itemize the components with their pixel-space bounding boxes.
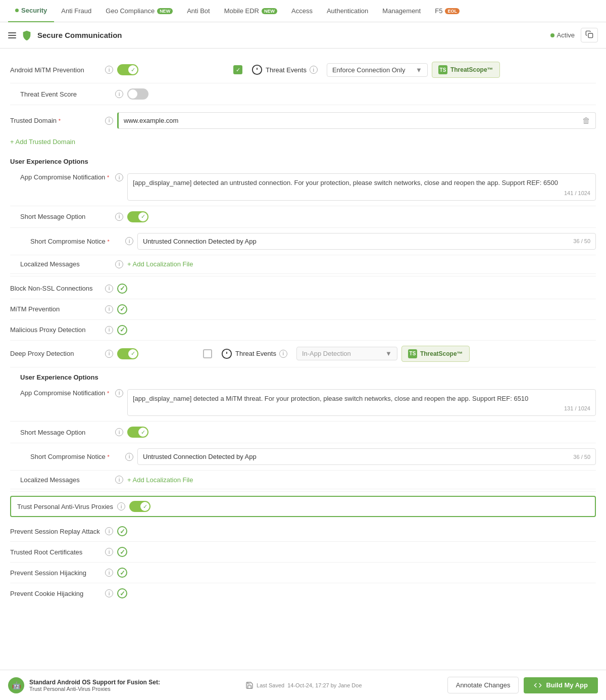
prevent-cookie-hijacking-info[interactable]: i [105,589,113,597]
threat-events-info[interactable]: i [310,66,318,74]
footer-right: Annotate Changes Build My App [447,677,598,693]
malicious-proxy-info[interactable]: i [105,326,113,334]
prevent-cookie-hijacking-label: Prevent Cookie Hijacking [10,590,101,597]
short-message-row-1: Short Message Option i ✓ [10,206,596,228]
nav-auth-label: Authentication [327,7,368,15]
threat-events-group: Threat Events [251,64,307,75]
short-compromise-value-2[interactable]: Untrusted Connection Detected by App [143,453,257,460]
short-compromise-input-2: Untrusted Connection Detected by App 36 … [137,448,596,465]
trust-personal-av-info[interactable]: i [117,502,125,510]
check-mark-icon-4: ✓ [120,528,125,535]
short-compromise-row-2: Short Compromise Notice * i Untrusted Co… [10,443,596,471]
annotate-button[interactable]: Annotate Changes [447,677,519,693]
short-compromise-count-1: 36 / 50 [573,238,590,244]
nav-security[interactable]: Security [8,0,54,22]
android-icon: 🤖 [8,677,24,693]
app-compromise-text-1[interactable]: [app_display_name] detected an untrusted… [133,178,590,188]
trusted-root-certs-info[interactable]: i [105,548,113,556]
short-message-toggle-2[interactable]: ✓ [127,427,148,438]
nav-f5[interactable]: F5 EOL [428,0,467,22]
deep-proxy-threat-checkbox[interactable] [203,349,212,358]
shield-icon [21,30,32,41]
app-compromise-label-1: App Compromise Notification * [20,173,111,181]
app-compromise-text-2[interactable]: [app_display_name] detected a MiTM threa… [133,394,590,404]
prevent-session-hijacking-info[interactable]: i [105,569,113,577]
status-label: Active [557,31,575,39]
trusted-root-certs-checkbox[interactable]: ✓ [117,547,127,557]
check-mark-icon-7: ✓ [120,590,125,597]
short-message-info-1[interactable]: i [115,213,123,221]
footer-info: Standard Android OS Support for Fusion S… [29,679,160,692]
nav-geo[interactable]: Geo Compliance NEW [98,0,180,22]
prevent-session-replay-info[interactable]: i [105,527,113,535]
android-mitm-info[interactable]: i [105,66,113,74]
nav-antibot[interactable]: Anti Bot [180,0,217,22]
req-star-4: * [107,454,109,460]
prevent-cookie-hijacking-row: Prevent Cookie Hijacking i ✓ [10,583,596,603]
threat-events-checkbox[interactable]: ✓ [233,65,242,74]
ux-options-header-2: User Experience Options [10,367,596,384]
add-localization-link-1[interactable]: + Add Localization File [127,260,193,268]
deep-proxy-dropdown-value: In-App Detection [302,350,351,357]
android-mitm-row: Android MiTM Prevention i ✓ ✓ Threat Eve [10,57,596,83]
build-app-button[interactable]: Build My App [524,677,598,693]
deep-proxy-dropdown[interactable]: In-App Detection ▼ [296,347,397,360]
nav-antifraud-label: Anti Fraud [61,7,91,15]
trusted-domain-info[interactable]: i [105,117,113,125]
active-dot-icon [15,9,19,12]
mitm-prevention-info[interactable]: i [105,305,113,313]
nav-management[interactable]: Management [375,0,428,22]
build-icon [534,681,542,689]
deep-proxy-threatscope-btn[interactable]: TS ThreatScope™ [401,346,470,362]
sub-header-right: Active [550,28,598,42]
threat-events-checkbox-area: ✓ Threat Events i [233,64,318,75]
trust-personal-av-label: Trust Personal Anti-Virus Proxies [17,503,113,510]
short-compromise-info-2[interactable]: i [125,453,133,461]
enforce-connection-dropdown[interactable]: Enforce Connection Only ▼ [327,63,428,77]
prevent-session-hijacking-checkbox[interactable]: ✓ [117,568,127,578]
deep-proxy-threat-info[interactable]: i [279,350,287,358]
nav-mobileedr[interactable]: Mobile EDR NEW [217,0,284,22]
localized-info-2[interactable]: i [115,476,123,484]
trust-personal-av-row: Trust Personal Anti-Virus Proxies i ✓ [10,496,596,517]
deep-proxy-info[interactable]: i [105,350,113,358]
build-btn-label: Build My App [546,681,588,689]
block-nonssl-info[interactable]: i [105,285,113,293]
short-compromise-value-1[interactable]: Untrusted Connection Detected by App [143,238,257,245]
nav-f5-label: F5 [435,7,442,15]
add-localization-link-2[interactable]: + Add Localization File [127,476,193,484]
trusted-root-certs-label: Trusted Root Certificates [10,548,101,556]
short-message-toggle-1[interactable]: ✓ [127,211,148,222]
app-compromise-label-2: App Compromise Notification * [20,389,111,397]
app-compromise-row-2: App Compromise Notification * i [app_dis… [10,384,596,422]
menu-icon[interactable] [8,32,16,38]
threat-score-info[interactable]: i [115,90,123,98]
prevent-session-replay-checkbox[interactable]: ✓ [117,526,127,536]
app-compromise-info-2[interactable]: i [115,389,123,397]
prevent-cookie-hijacking-checkbox[interactable]: ✓ [117,588,127,598]
nav-access[interactable]: Access [284,0,320,22]
android-mitm-toggle[interactable]: ✓ [117,64,138,75]
app-compromise-info-1[interactable]: i [115,173,123,181]
threat-event-score-toggle[interactable] [127,88,148,100]
add-trusted-domain-link[interactable]: + Add Trusted Domain [10,138,596,146]
check-mark-icon-2: ✓ [120,305,125,313]
footer: 🤖 Standard Android OS Support for Fusion… [0,670,606,700]
short-message-info-2[interactable]: i [115,428,123,436]
threat-events-label: Threat Events [266,66,307,74]
nav-antifraud[interactable]: Anti Fraud [54,0,98,22]
delete-domain-icon[interactable]: 🗑 [582,116,590,125]
block-nonssl-checkbox[interactable]: ✓ [117,284,127,294]
deep-proxy-toggle[interactable]: ✓ [117,348,138,359]
copy-button[interactable] [581,28,598,42]
malicious-proxy-checkbox[interactable]: ✓ [117,325,127,335]
localized-info-1[interactable]: i [115,260,123,268]
short-compromise-info-1[interactable]: i [125,237,133,245]
deep-proxy-threat-icon [221,348,232,359]
nav-authentication[interactable]: Authentication [320,0,375,22]
short-compromise-label-1: Short Compromise Notice * [30,238,121,245]
mitm-prevention-checkbox[interactable]: ✓ [117,304,127,314]
threatscope-button[interactable]: TS ThreatScope™ [432,62,500,78]
trusted-domain-input[interactable] [124,113,582,128]
trust-personal-av-toggle[interactable]: ✓ [129,501,150,512]
